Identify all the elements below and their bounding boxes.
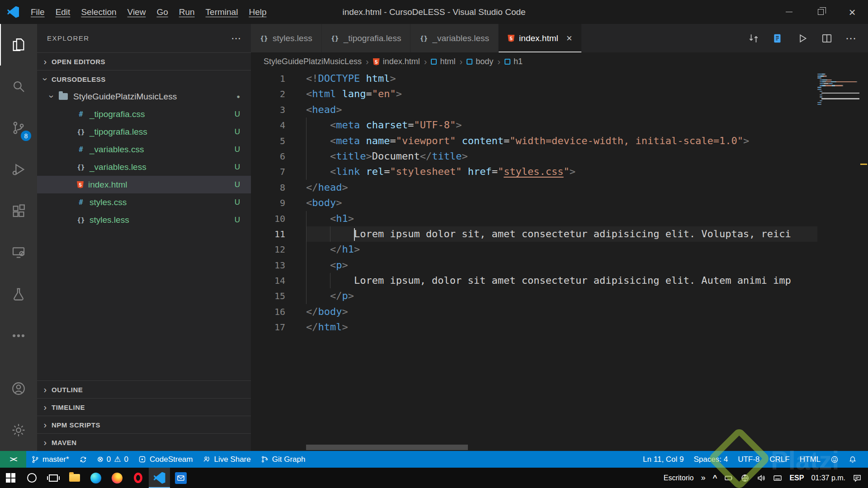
remote-explorer-activity-button[interactable]	[0, 232, 37, 273]
horizontal-scrollbar[interactable]	[306, 445, 468, 450]
git-graph-button[interactable]: Git Graph	[256, 455, 311, 464]
section-maven[interactable]: ›MAVEN	[37, 433, 251, 451]
folder-row[interactable]: › StyleGuidePlatziMusicLess ●	[37, 88, 251, 105]
section-outline[interactable]: ›OUTLINE	[37, 380, 251, 398]
minimap[interactable]	[817, 74, 860, 106]
breadcrumb-h1[interactable]: h1	[505, 57, 523, 66]
menu-item-selection[interactable]: Selection	[75, 7, 122, 17]
breadcrumb-StyleGuidePlatziMusicLess[interactable]: StyleGuidePlatziMusicLess	[264, 57, 362, 66]
restore-button[interactable]	[805, 0, 836, 24]
more-activity-button[interactable]	[0, 315, 37, 357]
code-line-2[interactable]: 2<html lang="en">	[251, 86, 817, 102]
code-line-4[interactable]: 4<meta charset="UTF-8">	[251, 117, 817, 133]
testing-activity-button[interactable]	[0, 273, 37, 315]
extensions-activity-button[interactable]	[0, 190, 37, 232]
cortana-button[interactable]	[21, 468, 42, 488]
language-mode-button[interactable]: HTML	[795, 455, 826, 464]
open-preview-icon[interactable]	[772, 33, 784, 44]
more-actions-icon[interactable]: ⋯	[845, 32, 856, 45]
breadcrumb-body[interactable]: body	[467, 57, 493, 66]
notifications-button[interactable]	[844, 455, 862, 464]
code-line-7[interactable]: 7<link rel="stylesheet" href="styles.css…	[251, 164, 817, 179]
file-row-_tipografia.less[interactable]: {}_tipografia.lessU	[37, 123, 251, 141]
file-row-styles.css[interactable]: #styles.cssU	[37, 193, 251, 211]
edge-browser-button[interactable]	[85, 468, 106, 488]
menu-item-view[interactable]: View	[122, 7, 151, 17]
explorer-activity-button[interactable]	[0, 24, 37, 66]
menu-item-edit[interactable]: Edit	[50, 7, 76, 17]
menu-item-run[interactable]: Run	[174, 7, 200, 17]
code-editor[interactable]: 1<!DOCTYPE html>2<html lang="en">3<head>…	[251, 71, 868, 451]
code-line-3[interactable]: 3<head>	[251, 102, 817, 117]
start-button[interactable]	[0, 468, 21, 488]
mail-button[interactable]	[170, 468, 191, 488]
menu-item-file[interactable]: File	[25, 7, 50, 17]
code-line-9[interactable]: 9<body>	[251, 195, 817, 211]
tab-_tipografia.less[interactable]: {}_tipografia.less	[322, 24, 410, 52]
sidebar-more-actions-icon[interactable]: ⋯	[231, 33, 241, 44]
code-line-15[interactable]: 15</p>	[251, 288, 817, 304]
tray-expand-icon[interactable]: ^	[712, 474, 717, 483]
network-icon[interactable]	[741, 474, 750, 483]
file-row-_variables.less[interactable]: {}_variables.lessU	[37, 158, 251, 176]
battery-icon[interactable]	[724, 474, 733, 483]
compare-changes-icon[interactable]	[748, 33, 760, 44]
file-row-_variables.css[interactable]: #_variables.cssU	[37, 141, 251, 158]
problems-button[interactable]: ⊗ 0 ⚠ 0	[92, 455, 133, 464]
remote-window-button[interactable]: ><	[0, 451, 26, 468]
source-control-activity-button[interactable]: 8	[0, 107, 37, 149]
close-icon[interactable]: ×	[566, 33, 572, 44]
section-workspace[interactable]: › CURSODELESS	[37, 70, 251, 88]
breadcrumb-index.html[interactable]: 5index.html	[373, 57, 420, 66]
sync-changes-button[interactable]	[74, 455, 92, 464]
feedback-button[interactable]	[826, 455, 844, 464]
section-timeline[interactable]: ›TIMELINE	[37, 398, 251, 416]
file-explorer-button[interactable]	[64, 468, 85, 488]
indentation-button[interactable]: Spaces: 4	[689, 455, 733, 464]
tab-index.html[interactable]: 5index.html×	[499, 24, 581, 52]
search-activity-button[interactable]	[0, 66, 37, 107]
code-line-17[interactable]: 17</html>	[251, 319, 817, 335]
code-line-10[interactable]: 10<h1>	[251, 211, 817, 226]
code-line-16[interactable]: 16</body>	[251, 304, 817, 319]
run-debug-activity-button[interactable]	[0, 149, 37, 190]
git-branch-button[interactable]: master*	[26, 455, 74, 464]
file-row-_tipografia.css[interactable]: #_tipografia.cssU	[37, 105, 251, 123]
tab-styles.less[interactable]: {}styles.less	[251, 24, 321, 52]
desktop-toolbar-label[interactable]: Escritorio	[664, 474, 694, 482]
clock[interactable]: 01:37 p.m.	[811, 474, 845, 482]
file-row-index.html[interactable]: 5index.htmlU	[37, 176, 251, 193]
encoding-button[interactable]: UTF-8	[733, 455, 764, 464]
codestream-button[interactable]: CodeStream	[133, 455, 198, 464]
menu-item-help[interactable]: Help	[243, 7, 272, 17]
vscode-taskbar-button[interactable]	[149, 468, 170, 488]
code-line-8[interactable]: 8</head>	[251, 180, 817, 195]
toolbar-overflow-icon[interactable]: »	[701, 473, 705, 483]
settings-button[interactable]	[0, 409, 37, 451]
cursor-position-button[interactable]: Ln 11, Col 9	[638, 455, 689, 464]
task-view-button[interactable]	[42, 468, 64, 488]
close-button[interactable]: ×	[836, 0, 868, 24]
opera-button[interactable]	[127, 468, 149, 488]
menu-item-go[interactable]: Go	[151, 7, 173, 17]
section-npm-scripts[interactable]: ›NPM SCRIPTS	[37, 416, 251, 433]
live-share-button[interactable]: Live Share	[198, 455, 255, 464]
file-row-styles.less[interactable]: {}styles.lessU	[37, 211, 251, 229]
section-open-editors[interactable]: › OPEN EDITORS	[37, 52, 251, 70]
code-line-11[interactable]: 11Lorem ipsum dolor sit, amet consectetu…	[251, 226, 817, 242]
accounts-button[interactable]	[0, 368, 37, 409]
code-line-6[interactable]: 6<title>Document</title>	[251, 149, 817, 164]
firefox-button[interactable]	[106, 468, 127, 488]
code-line-1[interactable]: 1<!DOCTYPE html>	[251, 71, 817, 86]
volume-icon[interactable]	[757, 474, 766, 483]
input-language-indicator[interactable]: ESP	[789, 474, 804, 482]
code-line-12[interactable]: 12</h1>	[251, 242, 817, 257]
eol-button[interactable]: CRLF	[764, 455, 794, 464]
tab-_variables.less[interactable]: {}_variables.less	[410, 24, 498, 52]
minimize-button[interactable]	[773, 0, 805, 24]
action-center-icon[interactable]	[853, 474, 862, 483]
code-line-13[interactable]: 13<p>	[251, 258, 817, 273]
code-line-14[interactable]: 14Lorem ipsum, dolor sit amet consectetu…	[251, 273, 817, 288]
touch-keyboard-icon[interactable]	[773, 474, 782, 483]
breadcrumb-html[interactable]: html	[431, 57, 455, 66]
